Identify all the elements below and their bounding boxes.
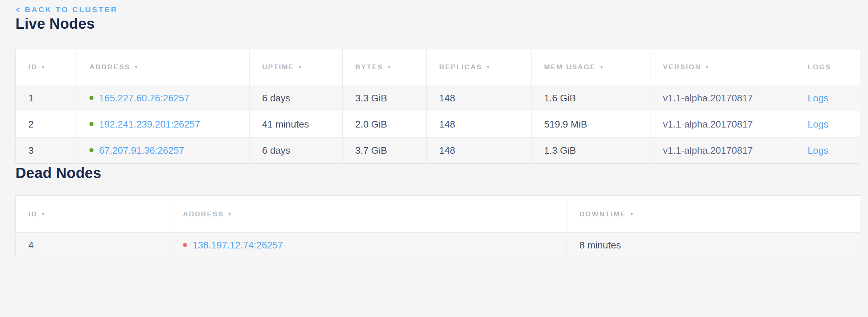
sort-arrow-icon: ▼ [298, 65, 302, 70]
live-col-header-id[interactable]: ID▼ [16, 49, 77, 85]
node-version-cell: v1.1-alpha.20170817 [650, 85, 795, 111]
column-label: REPLICAS [439, 63, 482, 71]
nodes-page: < BACK TO CLUSTER Live Nodes ID▼ ADDRESS… [0, 0, 868, 258]
node-bytes-cell: 3.3 GiB [343, 85, 427, 111]
dead-nodes-title: Dead Nodes [15, 164, 860, 182]
node-dead-status-icon [183, 243, 187, 247]
node-replicas-cell: 148 [427, 137, 532, 164]
node-address-link[interactable]: 165.227.60.76:26257 [99, 93, 190, 104]
back-to-cluster-link[interactable]: < BACK TO CLUSTER [15, 5, 118, 14]
sort-arrow-icon: ▼ [600, 65, 604, 70]
live-nodes-table: ID▼ ADDRESS▼ UPTIME▼ BYTES▼ REPLICAS▼ ME… [15, 49, 860, 164]
node-uptime-cell: 6 days [250, 137, 343, 164]
column-label: LOGS [808, 63, 831, 71]
column-label: ID [28, 63, 37, 71]
dead-nodes-table: ID▼ ADDRESS▼ DOWNTIME▼ 4 138.197.12.74:2… [15, 195, 860, 258]
live-col-header-uptime[interactable]: UPTIME▼ [250, 49, 343, 85]
node-logs-cell: Logs [795, 111, 860, 137]
column-label: MEM USAGE [544, 63, 596, 71]
node-address-cell: 138.197.12.74:26257 [170, 233, 567, 258]
node-address-cell: 165.227.60.76:26257 [77, 85, 250, 111]
node-id-cell: 3 [16, 137, 77, 164]
dead-table-header-row: ID▼ ADDRESS▼ DOWNTIME▼ [16, 196, 860, 233]
logs-link[interactable]: Logs [808, 145, 828, 156]
node-logs-cell: Logs [795, 85, 860, 111]
node-address-link[interactable]: 138.197.12.74:26257 [193, 240, 283, 251]
table-row: 3 67.207.91.36:26257 6 days 3.7 GiB 148 … [16, 137, 860, 164]
node-version-cell: v1.1-alpha.20170817 [650, 111, 795, 137]
sort-arrow-icon: ▼ [387, 65, 391, 70]
table-row: 2 192.241.239.201:26257 41 minutes 2.0 G… [16, 111, 860, 137]
node-version-cell: v1.1-alpha.20170817 [650, 137, 795, 164]
node-bytes-cell: 3.7 GiB [343, 137, 427, 164]
node-mem-usage-cell: 1.6 GiB [532, 85, 650, 111]
node-mem-usage-cell: 1.3 GiB [532, 137, 650, 164]
dead-col-header-id[interactable]: ID▼ [16, 196, 170, 233]
sort-arrow-icon: ▼ [134, 65, 138, 70]
node-logs-cell: Logs [795, 137, 860, 164]
node-live-status-icon [89, 96, 93, 100]
column-label: ID [28, 210, 37, 218]
node-replicas-cell: 148 [427, 85, 532, 111]
node-uptime-cell: 41 minutes [250, 111, 343, 137]
live-col-header-mem-usage[interactable]: MEM USAGE▼ [532, 49, 650, 85]
column-label: ADDRESS [183, 210, 224, 218]
live-nodes-title: Live Nodes [15, 14, 860, 33]
node-live-status-icon [89, 148, 93, 152]
node-address-cell: 67.207.91.36:26257 [77, 137, 250, 164]
node-id-cell: 4 [16, 233, 170, 258]
live-table-header-row: ID▼ ADDRESS▼ UPTIME▼ BYTES▼ REPLICAS▼ ME… [16, 49, 860, 85]
node-uptime-cell: 6 days [250, 85, 343, 111]
node-live-status-icon [89, 122, 93, 126]
node-bytes-cell: 2.0 GiB [343, 111, 427, 137]
live-col-header-replicas[interactable]: REPLICAS▼ [427, 49, 532, 85]
node-id-cell: 2 [16, 111, 77, 137]
node-id-cell: 1 [16, 85, 77, 111]
sort-arrow-icon: ▼ [486, 65, 490, 70]
sort-arrow-icon: ▼ [41, 212, 45, 217]
node-address-cell: 192.241.239.201:26257 [77, 111, 250, 137]
logs-link[interactable]: Logs [808, 93, 828, 104]
node-address-link[interactable]: 192.241.239.201:26257 [99, 119, 200, 130]
sort-arrow-icon: ▼ [41, 65, 45, 70]
column-label: DOWNTIME [579, 210, 626, 218]
live-col-header-bytes[interactable]: BYTES▼ [343, 49, 427, 85]
sort-arrow-icon: ▼ [705, 65, 709, 70]
sort-arrow-icon: ▼ [629, 212, 634, 217]
dead-col-header-downtime[interactable]: DOWNTIME▼ [567, 196, 860, 233]
sort-arrow-icon: ▼ [227, 212, 232, 217]
node-replicas-cell: 148 [427, 111, 532, 137]
node-downtime-cell: 8 minutes [567, 233, 860, 258]
column-label: VERSION [663, 63, 701, 71]
column-label: ADDRESS [89, 63, 130, 71]
column-label: BYTES [355, 63, 383, 71]
column-label: UPTIME [262, 63, 294, 71]
live-col-header-logs: LOGS [795, 49, 860, 85]
logs-link[interactable]: Logs [808, 119, 828, 130]
table-row: 1 165.227.60.76:26257 6 days 3.3 GiB 148… [16, 85, 860, 111]
table-row: 4 138.197.12.74:26257 8 minutes [16, 233, 860, 258]
node-address-link[interactable]: 67.207.91.36:26257 [99, 145, 184, 156]
node-mem-usage-cell: 519.9 MiB [532, 111, 650, 137]
live-col-header-version[interactable]: VERSION▼ [650, 49, 795, 85]
dead-col-header-address[interactable]: ADDRESS▼ [170, 196, 567, 233]
live-col-header-address[interactable]: ADDRESS▼ [77, 49, 250, 85]
